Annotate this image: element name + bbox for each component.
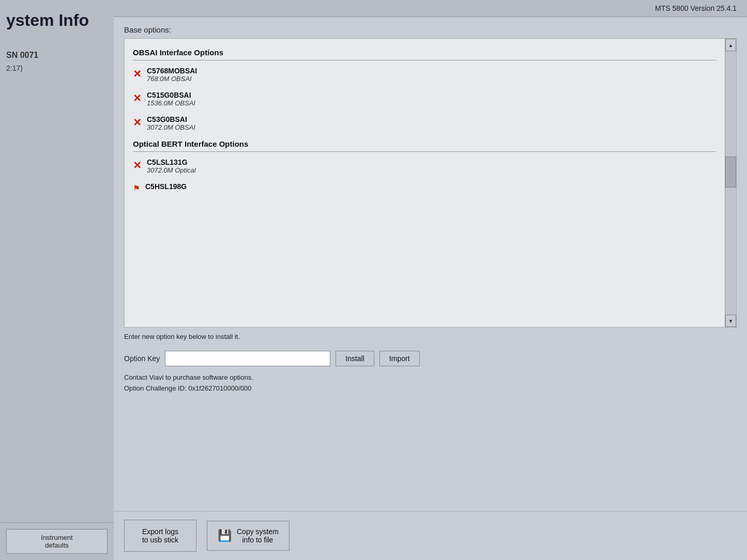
contact-line2: Option Challenge ID: 0x1f2627010000/000 — [124, 383, 737, 394]
option-key-label: Option Key — [124, 354, 160, 363]
x-icon: ✕ — [133, 159, 142, 172]
option-text: C515G0BSAI 1536.0M OBSAI — [147, 91, 195, 107]
scroll-up-button[interactable]: ▲ — [725, 39, 736, 51]
option-name: C53G0BSAI — [147, 115, 195, 123]
copy-system-text: Copy system info to file — [237, 527, 279, 544]
option-text: C5768MOBSAI 768.0M OBSAI — [147, 67, 197, 83]
list-item: ✕ C53G0BSAI 3072.0M OBSAI — [133, 115, 716, 131]
x-icon: ✕ — [133, 68, 142, 80]
export-logs-line1: Export logs — [142, 527, 178, 536]
options-list: OBSAI Interface Options ✕ C5768MOBSAI 76… — [125, 39, 725, 327]
enter-hint: Enter new option key below to install it… — [124, 333, 737, 340]
scrollbar: ▲ ▼ — [725, 39, 736, 327]
copy-system-line1: Copy system — [237, 527, 279, 536]
page-title: ystem Info — [6, 10, 108, 30]
header-bar: MTS 5800 Version 25.4.1 — [114, 0, 747, 17]
scroll-thumb[interactable] — [725, 157, 736, 188]
option-name: C5LSL131G — [147, 158, 196, 166]
x-icon: ✕ — [133, 116, 142, 129]
bottom-buttons: Export logs to usb stick 💾 Copy system i… — [114, 511, 747, 560]
list-item: ⚑ C5HSL198G — [133, 182, 716, 193]
scroll-track — [725, 51, 736, 315]
option-text: C5LSL131G 3072.0M Optical — [147, 158, 196, 174]
option-desc: 768.0M OBSAI — [147, 75, 197, 83]
list-item: ✕ C5LSL131G 3072.0M Optical — [133, 158, 716, 174]
content-area: Base options: OBSAI Interface Options ✕ … — [114, 17, 747, 511]
contact-line1: Contact Viavi to purchase software optio… — [124, 372, 737, 383]
export-logs-line2: to usb stick — [142, 536, 178, 544]
option-key-row: Option Key Install Import — [124, 348, 737, 369]
main-area: MTS 5800 Version 25.4.1 Base options: OB… — [114, 0, 747, 560]
option-name: C5HSL198G — [145, 182, 187, 191]
option-desc: 3072.0M OBSAI — [147, 123, 195, 131]
contact-info: Contact Viavi to purchase software optio… — [124, 372, 737, 394]
option-key-input[interactable] — [165, 351, 330, 366]
list-item: ✕ C515G0BSAI 1536.0M OBSAI — [133, 91, 716, 107]
option-name: C515G0BSAI — [147, 91, 195, 99]
scroll-down-button[interactable]: ▼ — [725, 315, 736, 327]
version-text: MTS 5800 Version 25.4.1 — [655, 4, 737, 12]
install-button[interactable]: Install — [336, 351, 374, 366]
serial-number: SN 0071 — [6, 51, 108, 60]
instrument-defaults-button[interactable]: Instrumentdefaults — [6, 529, 108, 554]
option-text: C53G0BSAI 3072.0M OBSAI — [147, 115, 195, 131]
left-panel: ystem Info SN 0071 2:17) Instrumentdefau… — [0, 0, 114, 560]
partial-icon: ⚑ — [133, 183, 140, 193]
options-scroll-container: OBSAI Interface Options ✕ C5768MOBSAI 76… — [124, 38, 737, 328]
list-item: ✕ C5768MOBSAI 768.0M OBSAI — [133, 67, 716, 83]
time-display: 2:17) — [6, 64, 108, 72]
option-desc: 3072.0M Optical — [147, 166, 196, 174]
option-text: C5HSL198G — [145, 182, 187, 191]
copy-system-line2: info to file — [242, 536, 273, 544]
option-name: C5768MOBSAI — [147, 67, 197, 75]
import-button[interactable]: Import — [379, 351, 420, 366]
x-icon: ✕ — [133, 92, 142, 104]
obsai-section-header: OBSAI Interface Options — [133, 48, 716, 60]
option-desc: 1536.0M OBSAI — [147, 99, 195, 107]
copy-system-button[interactable]: 💾 Copy system info to file — [207, 521, 289, 551]
floppy-icon: 💾 — [218, 529, 232, 542]
optical-section-header: Optical BERT Interface Options — [133, 139, 716, 152]
base-options-label: Base options: — [124, 25, 737, 34]
export-logs-button[interactable]: Export logs to usb stick — [124, 520, 196, 552]
